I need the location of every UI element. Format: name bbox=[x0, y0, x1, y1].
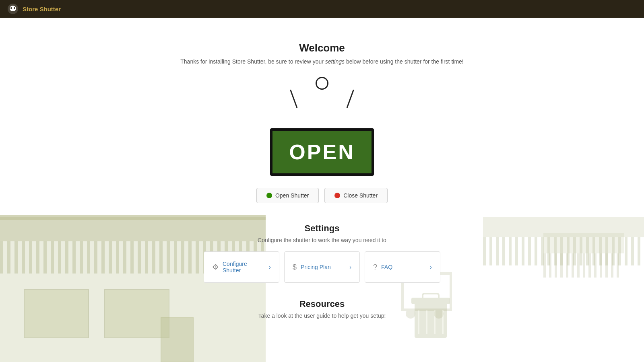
content-layer: Welcome Thanks for installing Store Shut… bbox=[0, 18, 644, 327]
close-shutter-button[interactable]: Close Shutter bbox=[324, 188, 388, 203]
open-dot-icon bbox=[266, 193, 272, 198]
sign-arms bbox=[266, 90, 378, 111]
resources-title: Resources bbox=[299, 299, 345, 309]
pricing-plan-label: Pricing Plan bbox=[301, 264, 345, 270]
settings-title: Settings bbox=[305, 223, 340, 234]
question-icon: ? bbox=[373, 263, 377, 272]
sign-hanger: OPEN bbox=[266, 77, 378, 176]
sign-board: OPEN bbox=[270, 128, 374, 176]
app-logo bbox=[7, 3, 19, 14]
top-navigation: Store Shutter bbox=[0, 0, 644, 18]
sign-left-arm bbox=[290, 89, 297, 108]
shutter-buttons-row: Open Shutter Close Shutter bbox=[256, 188, 388, 203]
sign-text: OPEN bbox=[289, 140, 355, 164]
app-title: Store Shutter bbox=[23, 6, 61, 12]
dollar-icon: $ bbox=[293, 263, 297, 272]
settings-subtitle: Configure the shutter to work the way yo… bbox=[258, 237, 386, 243]
configure-shutter-card[interactable]: ⚙ Configure Shutter › bbox=[204, 251, 279, 283]
main-content: Welcome Thanks for installing Store Shut… bbox=[0, 18, 644, 362]
welcome-subtitle: Thanks for installing Store Shutter, be … bbox=[180, 58, 463, 65]
svg-point-4 bbox=[12, 8, 14, 11]
pricing-plan-card[interactable]: $ Pricing Plan › bbox=[284, 251, 360, 283]
configure-chevron-icon: › bbox=[269, 264, 271, 270]
pricing-chevron-icon: › bbox=[349, 264, 351, 270]
open-sign-container: OPEN bbox=[266, 77, 378, 176]
sign-right-arm bbox=[347, 89, 354, 108]
welcome-title: Welcome bbox=[299, 42, 345, 54]
settings-cards-row: ⚙ Configure Shutter › $ Pricing Plan › ?… bbox=[201, 251, 443, 283]
faq-card[interactable]: ? FAQ › bbox=[365, 251, 440, 283]
close-dot-icon bbox=[334, 193, 340, 198]
faq-chevron-icon: › bbox=[430, 264, 432, 270]
open-shutter-button[interactable]: Open Shutter bbox=[256, 188, 319, 203]
configure-shutter-label: Configure Shutter bbox=[223, 261, 265, 274]
resources-subtitle: Take a look at the user guide to help ge… bbox=[258, 313, 386, 319]
faq-label: FAQ bbox=[381, 264, 426, 270]
svg-point-6 bbox=[14, 7, 15, 9]
gear-icon: ⚙ bbox=[212, 263, 219, 272]
svg-point-5 bbox=[10, 7, 12, 9]
sign-circle bbox=[316, 77, 328, 90]
